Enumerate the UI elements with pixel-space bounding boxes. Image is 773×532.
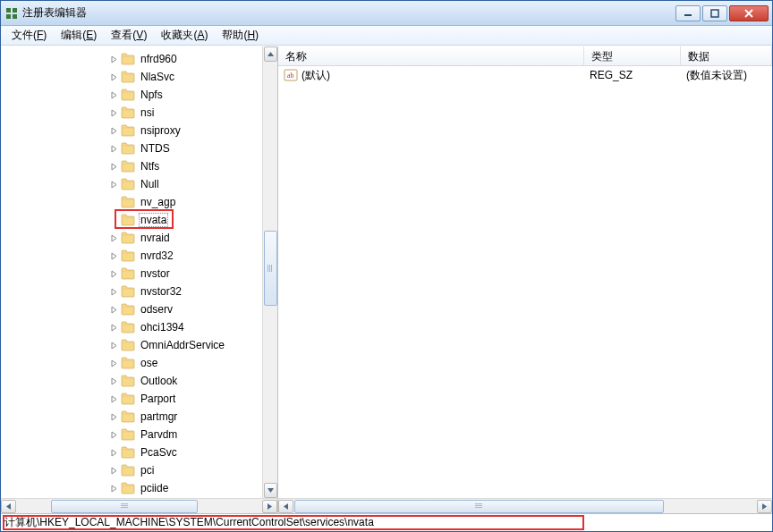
expand-icon[interactable] xyxy=(108,465,119,476)
expand-icon[interactable] xyxy=(108,411,119,422)
tree-label[interactable]: nvstor xyxy=(139,267,172,280)
tree-label[interactable]: nvrd32 xyxy=(139,249,175,262)
scroll-track[interactable] xyxy=(17,500,261,513)
scroll-down-button[interactable] xyxy=(264,483,277,498)
tree-node[interactable]: nv_agp xyxy=(4,193,277,211)
list-horizontal-scrollbar[interactable] xyxy=(278,498,772,513)
tree-node[interactable]: ohci1394 xyxy=(4,318,277,336)
minimize-button[interactable] xyxy=(675,5,701,21)
tree-label[interactable]: nvraid xyxy=(139,232,172,244)
tree-horizontal-scrollbar[interactable] xyxy=(1,498,277,513)
tree-node[interactable]: nsiproxy xyxy=(4,122,277,139)
expand-icon[interactable] xyxy=(108,232,119,243)
scroll-right-button[interactable] xyxy=(262,500,277,513)
tree-label[interactable]: pci xyxy=(139,464,156,477)
expand-icon[interactable] xyxy=(108,143,119,154)
scroll-right-button[interactable] xyxy=(757,500,772,513)
expand-icon[interactable] xyxy=(108,286,119,297)
scroll-left-button[interactable] xyxy=(278,500,293,513)
tree-label[interactable]: nvata xyxy=(139,213,168,227)
tree-node[interactable]: nfrd960 xyxy=(4,50,277,68)
col-type[interactable]: 类型 xyxy=(584,46,681,65)
tree-label[interactable]: NTDS xyxy=(139,142,172,155)
tree-label[interactable]: Null xyxy=(139,178,161,190)
tree-node[interactable]: NlaSvc xyxy=(4,68,277,86)
tree-node[interactable]: OmniAddrService xyxy=(4,336,277,354)
expand-icon[interactable] xyxy=(108,107,119,118)
expand-icon[interactable] xyxy=(108,322,119,333)
tree-view[interactable]: nfrd960NlaSvcNpfsnsinsiproxyNTDSNtfsNull… xyxy=(1,46,277,498)
tree-node[interactable]: ose xyxy=(4,354,277,372)
scroll-thumb[interactable] xyxy=(294,500,664,513)
tree-label[interactable]: ohci1394 xyxy=(139,321,186,334)
tree-label[interactable]: OmniAddrService xyxy=(139,339,226,351)
tree-label[interactable]: nv_agp xyxy=(139,196,177,208)
tree-node[interactable]: nvraid xyxy=(4,229,277,247)
scroll-up-button[interactable] xyxy=(264,46,277,62)
tree-node[interactable]: nvstor32 xyxy=(4,283,277,300)
menu-file[interactable]: 文件(F) xyxy=(4,26,54,45)
expand-icon[interactable] xyxy=(108,250,119,261)
tree-label[interactable]: Parvdm xyxy=(139,428,179,441)
tree-label[interactable]: pciide xyxy=(139,482,170,494)
tree-node[interactable]: nvrd32 xyxy=(4,247,277,265)
tree-label[interactable]: nsi xyxy=(139,106,156,119)
tree-node[interactable]: Parvdm xyxy=(4,426,277,443)
tree-node[interactable]: Outlook xyxy=(4,372,277,390)
expand-icon[interactable] xyxy=(108,340,119,350)
expand-icon[interactable] xyxy=(108,54,119,64)
scroll-thumb[interactable] xyxy=(51,500,198,513)
scroll-track[interactable] xyxy=(294,500,756,513)
tree-label[interactable]: Outlook xyxy=(139,375,179,387)
menu-edit[interactable]: 编辑(E) xyxy=(54,26,104,45)
col-name[interactable]: 名称 xyxy=(278,46,584,65)
tree-label[interactable]: NlaSvc xyxy=(139,71,176,83)
expand-icon[interactable] xyxy=(108,268,119,279)
tree-label[interactable]: ose xyxy=(139,357,159,369)
expand-icon[interactable] xyxy=(108,358,119,368)
tree-node[interactable]: nvstor xyxy=(4,265,277,283)
list-row[interactable]: ab(默认)REG_SZ(数值未设置) xyxy=(278,66,772,84)
tree-node[interactable]: NTDS xyxy=(4,139,277,157)
expand-icon[interactable] xyxy=(108,447,119,458)
scroll-track[interactable] xyxy=(264,63,277,482)
scroll-left-button[interactable] xyxy=(1,500,16,513)
tree-label[interactable]: Parport xyxy=(139,393,177,405)
expand-icon[interactable] xyxy=(108,393,119,404)
tree-label[interactable]: Ntfs xyxy=(139,160,161,173)
expand-icon[interactable] xyxy=(108,376,119,386)
tree-node[interactable]: Ntfs xyxy=(4,157,277,175)
expand-icon[interactable] xyxy=(108,429,119,440)
tree-node[interactable]: odserv xyxy=(4,300,277,318)
list-view[interactable]: ab(默认)REG_SZ(数值未设置) xyxy=(278,66,772,498)
expand-icon[interactable] xyxy=(108,304,119,315)
expand-icon[interactable] xyxy=(108,179,119,190)
tree-node[interactable]: pciide xyxy=(4,479,277,497)
tree-label[interactable]: nsiproxy xyxy=(139,124,183,137)
tree-node[interactable]: pci xyxy=(4,461,277,479)
tree-label[interactable]: partmgr xyxy=(139,410,179,423)
tree-label[interactable]: odserv xyxy=(139,303,174,316)
tree-node[interactable]: Parport xyxy=(4,390,277,408)
tree-vertical-scrollbar[interactable] xyxy=(262,46,277,498)
expand-icon[interactable] xyxy=(108,125,119,136)
col-data[interactable]: 数据 xyxy=(681,46,772,65)
expand-icon[interactable] xyxy=(108,483,119,494)
close-button[interactable] xyxy=(729,5,769,21)
tree-node[interactable]: partmgr xyxy=(4,408,277,426)
menu-view[interactable]: 查看(V) xyxy=(104,26,154,45)
titlebar[interactable]: 注册表编辑器 xyxy=(1,1,772,26)
tree-label[interactable]: nfrd960 xyxy=(139,53,179,65)
expand-icon[interactable] xyxy=(108,89,119,100)
menu-help[interactable]: 帮助(H) xyxy=(215,26,266,45)
expand-icon[interactable] xyxy=(108,161,119,172)
tree-label[interactable]: nvstor32 xyxy=(139,285,183,298)
scroll-thumb[interactable] xyxy=(264,231,277,306)
expand-icon[interactable] xyxy=(108,72,119,82)
tree-node[interactable]: nsi xyxy=(4,104,277,122)
tree-node[interactable]: PcaSvc xyxy=(4,443,277,461)
menu-favorites[interactable]: 收藏夹(A) xyxy=(154,26,215,45)
tree-node[interactable]: Npfs xyxy=(4,86,277,104)
tree-node[interactable]: Null xyxy=(4,175,277,193)
maximize-button[interactable] xyxy=(702,5,727,21)
